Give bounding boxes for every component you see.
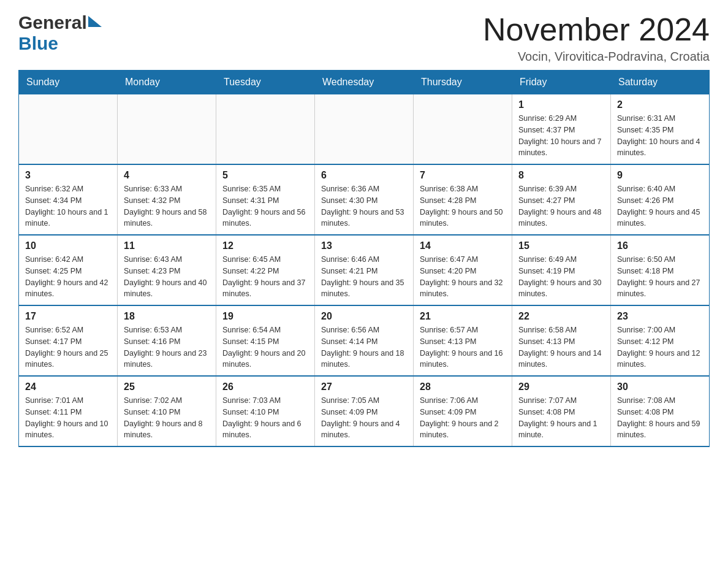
calendar-week-4: 17Sunrise: 6:52 AMSunset: 4:17 PMDayligh… xyxy=(19,305,710,376)
page-header: General Blue November 2024 Vocin, Virovi… xyxy=(18,12,710,64)
calendar-week-3: 10Sunrise: 6:42 AMSunset: 4:25 PMDayligh… xyxy=(19,235,710,305)
day-info: Sunrise: 6:38 AMSunset: 4:28 PMDaylight:… xyxy=(420,183,506,229)
day-info: Sunrise: 6:46 AMSunset: 4:21 PMDaylight:… xyxy=(321,254,407,300)
calendar-cell xyxy=(19,94,118,165)
calendar-cell: 24Sunrise: 7:01 AMSunset: 4:11 PMDayligh… xyxy=(19,376,118,446)
day-number: 15 xyxy=(518,240,604,251)
logo-general-text: General xyxy=(18,12,87,33)
day-info: Sunrise: 6:45 AMSunset: 4:22 PMDaylight:… xyxy=(222,254,308,300)
day-info: Sunrise: 6:31 AMSunset: 4:35 PMDaylight:… xyxy=(617,113,703,159)
calendar-cell: 3Sunrise: 6:32 AMSunset: 4:34 PMDaylight… xyxy=(19,164,118,235)
day-number: 23 xyxy=(617,311,703,322)
day-info: Sunrise: 6:29 AMSunset: 4:37 PMDaylight:… xyxy=(518,113,604,159)
day-number: 17 xyxy=(25,311,111,322)
calendar-cell: 20Sunrise: 6:56 AMSunset: 4:14 PMDayligh… xyxy=(315,305,414,376)
day-number: 30 xyxy=(617,381,703,393)
calendar-cell: 26Sunrise: 7:03 AMSunset: 4:10 PMDayligh… xyxy=(216,376,315,446)
calendar-cell: 4Sunrise: 6:33 AMSunset: 4:32 PMDaylight… xyxy=(118,164,216,235)
day-number: 26 xyxy=(222,381,308,393)
day-number: 14 xyxy=(420,240,506,251)
day-info: Sunrise: 6:40 AMSunset: 4:26 PMDaylight:… xyxy=(617,183,703,229)
calendar-cell: 30Sunrise: 7:08 AMSunset: 4:08 PMDayligh… xyxy=(611,376,710,446)
day-number: 16 xyxy=(617,240,703,251)
calendar-cell xyxy=(315,94,414,165)
day-number: 3 xyxy=(25,170,111,181)
calendar-cell: 21Sunrise: 6:57 AMSunset: 4:13 PMDayligh… xyxy=(414,305,512,376)
day-number: 1 xyxy=(518,99,604,110)
calendar-cell: 19Sunrise: 6:54 AMSunset: 4:15 PMDayligh… xyxy=(216,305,315,376)
calendar-header-friday: Friday xyxy=(512,71,611,94)
calendar-cell: 5Sunrise: 6:35 AMSunset: 4:31 PMDaylight… xyxy=(216,164,315,235)
day-number: 25 xyxy=(124,381,210,393)
month-title: November 2024 xyxy=(483,12,710,47)
logo-arrow-icon xyxy=(88,16,102,27)
logo-blue-text: Blue xyxy=(18,33,58,53)
day-number: 27 xyxy=(321,381,407,393)
day-info: Sunrise: 6:39 AMSunset: 4:27 PMDaylight:… xyxy=(518,183,604,229)
calendar-header-wednesday: Wednesday xyxy=(315,71,414,94)
day-number: 2 xyxy=(617,99,703,110)
calendar-header-monday: Monday xyxy=(118,71,216,94)
calendar-cell: 16Sunrise: 6:50 AMSunset: 4:18 PMDayligh… xyxy=(611,235,710,305)
calendar-header-saturday: Saturday xyxy=(611,71,710,94)
day-number: 8 xyxy=(518,170,604,181)
calendar-cell: 18Sunrise: 6:53 AMSunset: 4:16 PMDayligh… xyxy=(118,305,216,376)
calendar-cell xyxy=(414,94,512,165)
calendar-cell: 29Sunrise: 7:07 AMSunset: 4:08 PMDayligh… xyxy=(512,376,611,446)
calendar-cell: 25Sunrise: 7:02 AMSunset: 4:10 PMDayligh… xyxy=(118,376,216,446)
day-info: Sunrise: 6:58 AMSunset: 4:13 PMDaylight:… xyxy=(518,324,604,370)
day-number: 10 xyxy=(25,240,111,251)
day-number: 13 xyxy=(321,240,407,251)
day-number: 20 xyxy=(321,311,407,322)
calendar-cell: 11Sunrise: 6:43 AMSunset: 4:23 PMDayligh… xyxy=(118,235,216,305)
day-info: Sunrise: 6:57 AMSunset: 4:13 PMDaylight:… xyxy=(420,324,506,370)
calendar-cell xyxy=(216,94,315,165)
day-info: Sunrise: 6:56 AMSunset: 4:14 PMDaylight:… xyxy=(321,324,407,370)
calendar-cell: 8Sunrise: 6:39 AMSunset: 4:27 PMDaylight… xyxy=(512,164,611,235)
day-info: Sunrise: 7:08 AMSunset: 4:08 PMDaylight:… xyxy=(617,395,703,441)
calendar-header-thursday: Thursday xyxy=(414,71,512,94)
calendar-cell xyxy=(118,94,216,165)
day-number: 24 xyxy=(25,381,111,393)
day-info: Sunrise: 7:03 AMSunset: 4:10 PMDaylight:… xyxy=(222,395,308,441)
calendar-cell: 2Sunrise: 6:31 AMSunset: 4:35 PMDaylight… xyxy=(611,94,710,165)
day-info: Sunrise: 7:05 AMSunset: 4:09 PMDaylight:… xyxy=(321,395,407,441)
calendar-header-tuesday: Tuesday xyxy=(216,71,315,94)
day-info: Sunrise: 6:33 AMSunset: 4:32 PMDaylight:… xyxy=(124,183,210,229)
calendar-cell: 22Sunrise: 6:58 AMSunset: 4:13 PMDayligh… xyxy=(512,305,611,376)
day-info: Sunrise: 7:01 AMSunset: 4:11 PMDaylight:… xyxy=(25,395,111,441)
calendar-header-row: SundayMondayTuesdayWednesdayThursdayFrid… xyxy=(19,71,710,94)
logo: General Blue xyxy=(18,12,102,54)
day-info: Sunrise: 6:35 AMSunset: 4:31 PMDaylight:… xyxy=(222,183,308,229)
calendar-cell: 1Sunrise: 6:29 AMSunset: 4:37 PMDaylight… xyxy=(512,94,611,165)
calendar-cell: 15Sunrise: 6:49 AMSunset: 4:19 PMDayligh… xyxy=(512,235,611,305)
title-block: November 2024 Vocin, Virovitica-Podravin… xyxy=(483,12,710,64)
calendar-cell: 27Sunrise: 7:05 AMSunset: 4:09 PMDayligh… xyxy=(315,376,414,446)
day-info: Sunrise: 6:43 AMSunset: 4:23 PMDaylight:… xyxy=(124,254,210,300)
day-number: 18 xyxy=(124,311,210,322)
day-info: Sunrise: 7:07 AMSunset: 4:08 PMDaylight:… xyxy=(518,395,604,441)
day-number: 7 xyxy=(420,170,506,181)
day-info: Sunrise: 6:54 AMSunset: 4:15 PMDaylight:… xyxy=(222,324,308,370)
day-info: Sunrise: 6:49 AMSunset: 4:19 PMDaylight:… xyxy=(518,254,604,300)
day-number: 12 xyxy=(222,240,308,251)
day-info: Sunrise: 6:36 AMSunset: 4:30 PMDaylight:… xyxy=(321,183,407,229)
day-number: 28 xyxy=(420,381,506,393)
day-info: Sunrise: 7:06 AMSunset: 4:09 PMDaylight:… xyxy=(420,395,506,441)
calendar-week-5: 24Sunrise: 7:01 AMSunset: 4:11 PMDayligh… xyxy=(19,376,710,446)
calendar-cell: 17Sunrise: 6:52 AMSunset: 4:17 PMDayligh… xyxy=(19,305,118,376)
calendar-header-sunday: Sunday xyxy=(19,71,118,94)
calendar-cell: 23Sunrise: 7:00 AMSunset: 4:12 PMDayligh… xyxy=(611,305,710,376)
day-info: Sunrise: 6:50 AMSunset: 4:18 PMDaylight:… xyxy=(617,254,703,300)
calendar-table: SundayMondayTuesdayWednesdayThursdayFrid… xyxy=(18,70,710,447)
calendar-cell: 10Sunrise: 6:42 AMSunset: 4:25 PMDayligh… xyxy=(19,235,118,305)
day-info: Sunrise: 6:52 AMSunset: 4:17 PMDaylight:… xyxy=(25,324,111,370)
day-number: 6 xyxy=(321,170,407,181)
calendar-cell: 9Sunrise: 6:40 AMSunset: 4:26 PMDaylight… xyxy=(611,164,710,235)
calendar-week-2: 3Sunrise: 6:32 AMSunset: 4:34 PMDaylight… xyxy=(19,164,710,235)
day-number: 21 xyxy=(420,311,506,322)
day-number: 22 xyxy=(518,311,604,322)
location-text: Vocin, Virovitica-Podravina, Croatia xyxy=(483,50,710,64)
calendar-cell: 14Sunrise: 6:47 AMSunset: 4:20 PMDayligh… xyxy=(414,235,512,305)
day-info: Sunrise: 6:32 AMSunset: 4:34 PMDaylight:… xyxy=(25,183,111,229)
